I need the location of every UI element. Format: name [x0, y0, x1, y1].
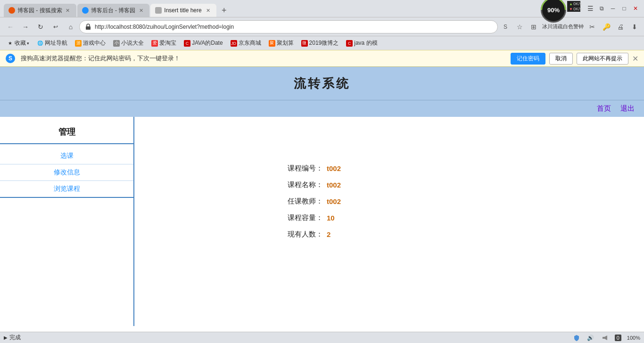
- java-icon: C: [184, 40, 190, 47]
- key-icon[interactable]: 🔑: [601, 21, 612, 33]
- bookmark-juhuasuan-label: 聚划算: [277, 39, 294, 47]
- shield-status-icon: [572, 334, 581, 342]
- bookmark-weibo[interactable]: 微 2019微博之: [298, 38, 342, 48]
- logout-nav-link[interactable]: 退出: [620, 104, 635, 113]
- ad-block-count: 0: [615, 335, 621, 341]
- volume-icon[interactable]: 🔊: [586, 334, 595, 342]
- never-save-button[interactable]: 此网站不再提示: [577, 53, 628, 65]
- tab-close-3[interactable]: ✕: [204, 7, 212, 14]
- toolbar-right: S ☆ ⊞ 冰川清疏白色警钟 ✂ 🔑 🖨 ⬇: [500, 21, 640, 33]
- tab-title-1: 博客园 - 搜狐搜索: [17, 7, 62, 15]
- gauge-down-speed: 0K/s: [573, 7, 582, 11]
- jd-icon: JD: [231, 40, 237, 47]
- tab-title-3: Insert title here: [164, 7, 202, 14]
- course-label-1: 课程名称：: [285, 180, 323, 189]
- course-label-0: 课程编号：: [285, 164, 323, 173]
- scissors-icon[interactable]: ✂: [586, 21, 598, 33]
- window-maximize-restore-icon[interactable]: ⧉: [597, 4, 606, 13]
- bookmark-taobao[interactable]: 爱 爱淘宝: [149, 38, 179, 48]
- bookmark-list-icon[interactable]: ⊞: [528, 21, 539, 33]
- window-minimize-icon[interactable]: ─: [608, 4, 618, 13]
- home-button[interactable]: ⌂: [64, 20, 77, 33]
- user-label: 冰川清疏白色警钟: [542, 23, 584, 30]
- user-account-icon[interactable]: S: [500, 21, 511, 33]
- bookmark-star-icon[interactable]: ☆: [514, 21, 525, 33]
- course-label-4: 现有人数：: [285, 230, 323, 239]
- juhuasuan-icon: 聚: [269, 40, 275, 47]
- novel-icon: 小: [113, 40, 120, 47]
- print-icon[interactable]: 🖨: [615, 21, 626, 33]
- address-bar[interactable]: http://localhost:8080/zuihou/LoginServle…: [79, 20, 498, 33]
- security-icon: [84, 23, 92, 31]
- bookmark-favorites-label: 收藏: [15, 39, 26, 47]
- course-value-1: t002: [327, 181, 341, 189]
- bookmark-weibo-label: 2019微博之: [309, 39, 339, 47]
- save-password-button[interactable]: 记住密码: [511, 53, 545, 65]
- sidebar-title: 管理: [0, 122, 133, 144]
- network-gauge: 90% ▲ 0K/s ▼ 0K/s: [545, 0, 580, 17]
- bookmark-java2[interactable]: C java 的模: [343, 38, 380, 48]
- undo-button[interactable]: ↩: [49, 20, 62, 33]
- content-area: 课程编号： t002 课程名称： t002 任课教师： t002 课程容量： 1…: [134, 117, 644, 326]
- sidebar-item-browse-course[interactable]: 浏览课程: [0, 181, 133, 198]
- course-row-4: 现有人数： 2: [285, 230, 635, 239]
- status-bar: ▶ 完成 🔊 0 100%: [0, 332, 644, 343]
- course-value-0: t002: [327, 164, 341, 172]
- browser-tab-2[interactable]: 博客后台 - 博客园 ✕: [77, 4, 150, 17]
- window-close-icon[interactable]: ✕: [631, 4, 640, 13]
- svg-rect-0: [86, 26, 91, 30]
- back-button[interactable]: ←: [4, 20, 17, 33]
- weibo-icon: 微: [301, 40, 308, 47]
- tab-title-2: 博客后台 - 博客园: [91, 7, 136, 15]
- page-nav-bar: 首页 退出: [0, 100, 644, 117]
- bookmark-game-label: 游戏中心: [83, 39, 106, 47]
- svg-marker-2: [604, 335, 607, 340]
- tab-favicon-1: [8, 7, 15, 14]
- password-prompt-bar: S 搜狗高速浏览器提醒您：记住此网站密码，下次一键登录！ 记住密码 取消 此网站…: [0, 50, 644, 67]
- star-icon: ★: [7, 40, 13, 47]
- forward-button[interactable]: →: [19, 20, 32, 33]
- bookmark-juhuasuan[interactable]: 聚 聚划算: [266, 38, 297, 48]
- course-row-2: 任课教师： t002: [285, 197, 635, 206]
- window-maximize-icon[interactable]: □: [619, 4, 629, 13]
- main-layout: 管理 选课 修改信息 浏览课程 课程编号： t002 课程名称： t002 任课…: [0, 117, 644, 326]
- svg-rect-1: [603, 337, 604, 339]
- page-title: 流转系统: [294, 75, 350, 92]
- sidebar-item-edit-info[interactable]: 修改信息: [0, 164, 133, 181]
- bookmark-nav[interactable]: 🌐 网址导航: [34, 38, 70, 48]
- course-value-3: 10: [327, 214, 335, 222]
- new-tab-button[interactable]: +: [217, 4, 231, 17]
- download-icon[interactable]: ⬇: [629, 21, 640, 33]
- home-nav-link[interactable]: 首页: [597, 104, 611, 113]
- bookmark-favorites[interactable]: ★ 收藏 ▾: [4, 38, 32, 48]
- tab-close-2[interactable]: ✕: [137, 7, 145, 14]
- course-row-1: 课程名称： t002: [285, 180, 635, 189]
- tab-favicon-3: [155, 7, 162, 14]
- browser-tab-1[interactable]: 博客园 - 搜狐搜索 ✕: [4, 4, 76, 17]
- bookmark-game[interactable]: 游 游戏中心: [72, 38, 108, 48]
- play-icon: ▶: [4, 335, 8, 340]
- bookmark-nav-label: 网址导航: [45, 39, 67, 47]
- sidebar-item-select-course[interactable]: 选课: [0, 148, 133, 164]
- sidebar: 管理 选课 修改信息 浏览课程: [0, 117, 134, 326]
- course-label-3: 课程容量：: [285, 213, 323, 222]
- cancel-password-button[interactable]: 取消: [549, 53, 573, 65]
- window-settings-icon[interactable]: ☰: [586, 4, 595, 13]
- password-bar-close-icon[interactable]: ✕: [632, 54, 638, 63]
- course-value-4: 2: [327, 230, 330, 238]
- password-prompt-text: 搜狗高速浏览器提醒您：记住此网站密码，下次一键登录！: [21, 54, 507, 63]
- bookmark-jd[interactable]: JD 京东商城: [228, 38, 264, 48]
- refresh-button[interactable]: ↻: [34, 20, 47, 33]
- bookmark-java[interactable]: C JAVA的Date: [181, 38, 226, 48]
- browser-tab-3[interactable]: Insert title here ✕: [150, 4, 216, 17]
- web-page-content: 流转系统 首页 退出 管理 选课 修改信息 浏览课程 课程编号： t002 课程…: [0, 67, 644, 326]
- tab-close-1[interactable]: ✕: [64, 7, 72, 14]
- gauge-up-speed: 0K/s: [573, 1, 582, 6]
- bookmark-taobao-label: 爱淘宝: [159, 39, 176, 47]
- page-header: 流转系统: [0, 67, 644, 100]
- sogou-icon: S: [6, 54, 15, 63]
- globe-icon: 🌐: [37, 40, 43, 47]
- status-text: 完成: [9, 334, 21, 342]
- window-controls: ☰ ⧉ ─ □ ✕: [582, 0, 644, 17]
- bookmark-novel[interactable]: 小 小说大全: [110, 38, 147, 48]
